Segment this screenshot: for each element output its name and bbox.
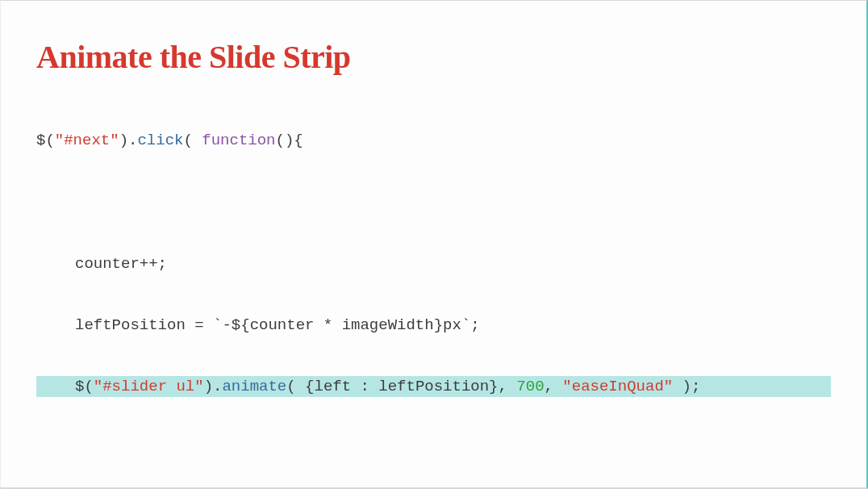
code-token: ). [119,132,138,149]
code-keyword: function [202,132,275,149]
code-method: animate [222,378,286,395]
code-blank-line [36,191,831,213]
code-token: , [545,378,563,395]
code-line-1: $("#next").click( function(){ [36,130,831,152]
code-number: 700 [516,378,544,395]
code-method: click [137,132,183,149]
code-token: ); [673,378,700,395]
code-token: ). [204,378,223,395]
code-token: (){ [276,132,303,149]
code-block: $("#next").click( function(){ counter++;… [36,90,831,489]
code-line-3: leftPosition = `-${counter * imageWidth}… [36,315,831,336]
code-string: "easeInQuad" [562,378,673,395]
code-string: "#next" [55,132,119,149]
code-token: ( {left : leftPosition}, [286,378,516,395]
code-string: "#slider ul" [94,378,204,395]
code-token: $( [36,132,55,149]
code-token: $( [75,378,94,395]
code-line-4-highlighted: $("#slider ul").animate( {left : leftPos… [36,376,831,398]
code-blank-line [36,437,831,459]
slide-title: Animate the Slide Strip [36,38,831,76]
slide-frame: Animate the Slide Strip $("#next").click… [0,0,868,489]
code-token: ( [183,132,202,149]
code-line-2: counter++; [36,253,831,275]
